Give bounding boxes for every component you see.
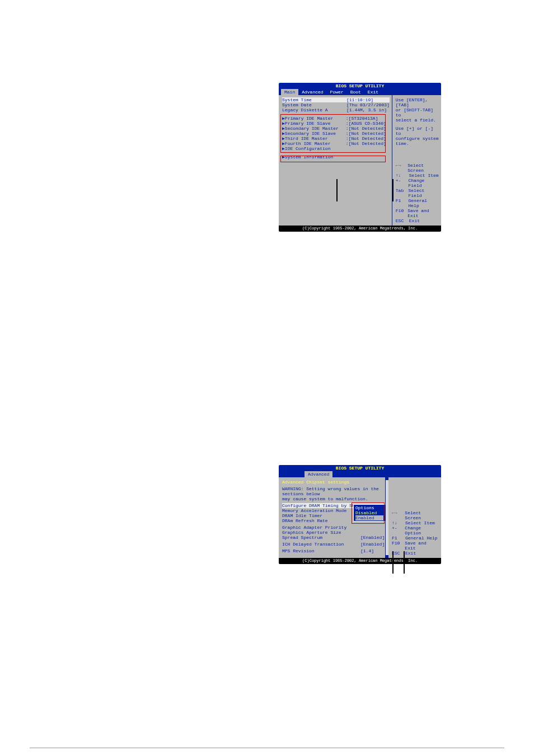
page-footnote-rule — [30, 748, 504, 748]
value-third-master: :[Not Detected] — [346, 136, 386, 141]
label-system-time: System Time — [282, 97, 346, 102]
value-legacy-diskette-a: [1.44M, 3.5 in] — [346, 107, 387, 112]
options-popup[interactable]: Options Disabled Enabled — [353, 504, 386, 522]
row-pri-master[interactable]: ▶ Primary IDE Master:[ST320413A] — [282, 116, 390, 121]
row-mps-rev[interactable]: MPS Revision[1.4] — [282, 548, 386, 553]
row-spread-spectrum[interactable]: Spread Spectrum[Enabled] — [282, 535, 386, 540]
option-enabled[interactable]: Enabled — [355, 515, 383, 520]
label-dram-idle: DRAM Idle Timer — [282, 513, 360, 518]
tab-exit[interactable]: Exit — [364, 89, 382, 95]
key-desc: Select Item — [405, 520, 435, 525]
key-desc: Save and Exit — [407, 208, 439, 218]
key-hint: ESCExit — [392, 551, 439, 556]
bios-title: BIOS SETUP UTILITY — [279, 83, 441, 89]
tab-power[interactable]: Power — [327, 89, 347, 95]
key-name: +- — [392, 525, 405, 536]
key-hint: F10Save and Exit — [392, 541, 439, 551]
label-mps-rev: MPS Revision — [282, 548, 360, 553]
label-ga-priority: Graphic Adapter Priority — [282, 525, 360, 530]
label-dram-refresh: DRAm Refresh Rate — [282, 518, 360, 523]
row-ich-delay[interactable]: ICH Delayed Transaction[Enabled] — [282, 542, 386, 547]
row-fourth-master[interactable]: ▶ Fourth IDE Master:[Not Detected] — [282, 141, 390, 146]
help-line: Use [+] or [-] to — [396, 126, 439, 136]
key-name: F10 — [392, 541, 405, 551]
row-third-master[interactable]: ▶ Third IDE Master:[Not Detected] — [282, 136, 390, 141]
row-ga-priority[interactable]: Graphic Adapter Priority — [282, 525, 386, 530]
key-name: F1 — [396, 198, 409, 208]
value-pri-slave: :[ASUS CD-S340] — [346, 121, 386, 126]
label-system-date: System Date — [282, 102, 346, 107]
key-hint: F1General Help — [392, 536, 439, 541]
tab-main[interactable]: Main — [281, 89, 298, 95]
value-ich-delay: [Enabled] — [360, 542, 385, 547]
key-hint: ←→Select Screen — [392, 510, 439, 520]
value-system-time: [11:10:19] — [346, 97, 373, 102]
key-name: ↑↓ — [392, 520, 405, 525]
row-ga-aperture[interactable]: Graphics Aperture Size — [282, 530, 386, 535]
bios-advanced-window: BIOS SETUP UTILITY Advanced Advanced Chi… — [279, 465, 441, 564]
row-system-date[interactable]: System Date [Thu 03/27/2003] — [282, 102, 390, 107]
label-ga-aperture: Graphics Aperture Size — [282, 530, 360, 535]
callout-line — [392, 179, 394, 201]
bios-footer: (C)Copyright 1985-2002, American Megatre… — [279, 558, 441, 564]
key-hint: +-Change Field — [396, 178, 439, 188]
callout-line — [336, 179, 338, 201]
key-desc: Select Screen — [405, 510, 439, 520]
value-fourth-master: :[Not Detected] — [346, 141, 386, 146]
key-hint: +-Change Option — [392, 525, 439, 536]
bios-tabs: Main Advanced Power Boot Exit — [279, 89, 441, 95]
option-disabled[interactable]: Disabled — [355, 510, 383, 515]
key-name: ↑↓ — [396, 173, 409, 178]
warning-line: WARNING: Setting wrong values in the sec… — [282, 486, 386, 496]
bios-footer: (C)Copyright 1985-2002, American Megatre… — [279, 226, 441, 232]
row-ide-config[interactable]: ▶ IDE Configuration — [282, 146, 390, 151]
label-sec-slave: Secondary IDE Slave — [285, 131, 346, 136]
row-sec-master[interactable]: ▶ Secondary IDE Master:[Not Detected] — [282, 126, 390, 131]
value-sec-master: :[Not Detected] — [346, 126, 386, 131]
label-ide-config: IDE Configuration — [285, 146, 346, 151]
key-hint: TabSelect Field — [396, 188, 439, 198]
bios-help-pane: ←→Select Screen ↑↓Select Item +-Change O… — [388, 477, 441, 558]
key-desc: General Help — [405, 536, 438, 541]
key-desc: Change Field — [409, 178, 439, 188]
bios-title: BIOS SETUP UTILITY — [279, 465, 441, 471]
label-system-info: System Information — [285, 154, 346, 159]
help-line: or [SHIFT-TAB] to — [396, 107, 439, 118]
tab-advanced[interactable]: Advanced — [305, 471, 332, 477]
key-hint: ↑↓Select Item — [396, 173, 439, 178]
key-name: ←→ — [392, 510, 405, 520]
row-system-time[interactable]: System Time [11:10:19] — [282, 97, 390, 102]
value-system-date: [Thu 03/27/2003] — [346, 102, 390, 107]
key-desc: Exit — [405, 551, 416, 556]
key-desc: Select Screen — [407, 163, 439, 173]
label-pri-master: Primary IDE Master — [285, 116, 346, 121]
row-sec-slave[interactable]: ▶ Secondary IDE Slave:[Not Detected] — [282, 131, 390, 136]
label-dram-spd: Configure DRAM Timing by SPD — [282, 503, 360, 508]
help-line: Use [ENTER], [TAB] — [396, 97, 439, 107]
row-system-info[interactable]: ▶ System Information — [282, 154, 390, 159]
bios-tabs: Advanced — [279, 471, 441, 477]
value-pri-master: :[ST320413A] — [346, 116, 378, 121]
label-pri-slave: Primary IDE Slave — [285, 121, 346, 126]
key-hint: F1General Help — [396, 198, 439, 208]
row-pri-slave[interactable]: ▶ Primary IDE Slave:[ASUS CD-S340] — [282, 121, 390, 126]
callout-line — [404, 551, 405, 574]
key-desc: General Help — [409, 198, 439, 208]
label-mem-accel: Memory Acceleration Mode — [282, 508, 360, 513]
row-legacy-diskette-a[interactable]: Legacy Diskette A [1.44M, 3.5 in] — [282, 107, 390, 112]
bios-help-pane: Use [ENTER], [TAB] or [SHIFT-TAB] to sel… — [392, 95, 441, 226]
key-name: F1 — [392, 536, 405, 541]
callout-line — [392, 551, 394, 574]
value-sec-slave: :[Not Detected] — [346, 131, 386, 136]
tab-boot[interactable]: Boot — [347, 89, 364, 95]
label-sec-master: Secondary IDE Master — [285, 126, 346, 131]
key-name: F10 — [396, 208, 407, 218]
key-desc: Save and Exit — [405, 541, 439, 551]
tab-advanced[interactable]: Advanced — [298, 89, 326, 95]
bios-main-window: BIOS SETUP UTILITY Main Advanced Power B… — [279, 83, 441, 232]
key-hint: ESCExit — [396, 218, 439, 223]
help-line: configure system time. — [396, 136, 439, 146]
key-desc: Change Option — [405, 525, 439, 536]
key-hint: ↑↓Select Item — [392, 520, 439, 525]
label-fourth-master: Fourth IDE Master — [285, 141, 346, 146]
